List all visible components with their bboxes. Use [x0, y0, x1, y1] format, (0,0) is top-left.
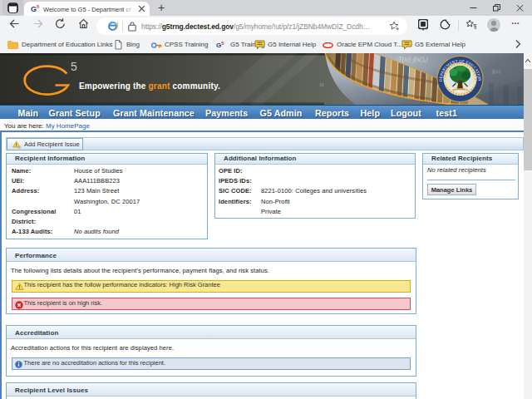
svg-text:M: M	[318, 81, 325, 88]
svg-text:Empowering the grant community: Empowering the grant community.	[79, 81, 220, 91]
svg-text:|T(x)| f(s(),): |T(x)| f(s(),)	[397, 56, 428, 63]
svg-text:5: 5	[71, 60, 77, 73]
svg-text:f(x): f(x)	[492, 68, 500, 75]
